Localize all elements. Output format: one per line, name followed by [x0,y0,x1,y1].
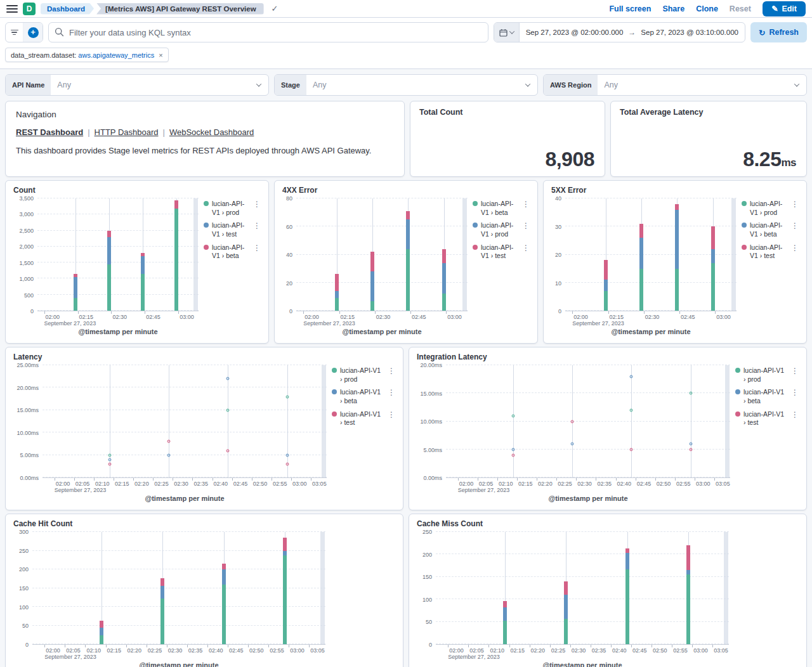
bar-segment[interactable] [141,256,145,274]
bar-segment[interactable] [100,628,103,635]
bar-segment[interactable] [100,621,103,628]
data-point[interactable] [167,453,171,457]
legend-menu-icon[interactable]: ⋮ [521,221,531,230]
bar-segment[interactable] [107,231,111,237]
data-point[interactable] [630,375,633,378]
bar-segment[interactable] [283,551,287,556]
bar-segment[interactable] [74,298,77,311]
bar-segment[interactable] [503,621,507,644]
bar-segment[interactable] [686,574,690,644]
legend-item[interactable]: lucian-API-V1 › prod⋮ [204,200,262,217]
date-range-end[interactable]: Sep 27, 2023 @ 03:10:00.000 [641,29,738,36]
data-point[interactable] [571,420,574,423]
legend-menu-icon[interactable]: ⋮ [386,366,396,375]
legend-menu-icon[interactable]: ⋮ [386,410,396,419]
legend-menu-icon[interactable]: ⋮ [790,388,800,397]
bar-segment[interactable] [564,581,568,595]
bar-segment[interactable] [675,210,679,269]
bar-segment[interactable] [335,298,339,311]
data-point[interactable] [630,448,633,451]
bar-segment[interactable] [604,260,608,280]
stacked-bar[interactable] [160,532,164,644]
websocket-dashboard-link[interactable]: WebSocket Dashboard [169,127,254,137]
legend-item[interactable]: lucian-API-V1 › beta⋮ [204,243,262,261]
data-point[interactable] [285,462,289,465]
control-api-name[interactable]: API Name Any [5,74,269,96]
kql-search-input[interactable] [48,22,488,42]
data-point[interactable] [226,408,230,411]
legend-item[interactable]: lucian-API-V1 › test⋮ [735,410,800,427]
bar-segment[interactable] [639,238,643,269]
bar-segment[interactable] [174,209,178,311]
legend-menu-icon[interactable]: ⋮ [790,221,800,230]
bar-segment[interactable] [604,291,608,311]
calendar-menu-button[interactable] [494,23,520,42]
filter-menu-icon[interactable] [6,23,23,42]
bar-segment[interactable] [625,553,629,569]
bar-segment[interactable] [222,569,226,585]
bar-segment[interactable] [686,545,690,570]
bar-segment[interactable] [675,204,679,210]
stacked-bar[interactable] [442,198,446,311]
legend-menu-icon[interactable]: ⋮ [790,366,800,375]
bar-segment[interactable] [406,219,410,249]
bar-segment[interactable] [625,569,629,644]
legend-menu-icon[interactable]: ⋮ [790,410,800,419]
legend-item[interactable]: lucian-API-V1 › prod⋮ [473,221,531,238]
date-range-start[interactable]: Sep 27, 2023 @ 02:00:00.000 [526,29,624,36]
legend-item[interactable]: lucian-API-V1 › beta⋮ [742,221,800,238]
legend-item[interactable]: lucian-API-V1 › prod⋮ [742,200,800,217]
bar-segment[interactable] [335,274,339,291]
legend-item[interactable]: lucian-API-V1 › prod⋮ [735,366,800,384]
bar-segment[interactable] [370,271,374,301]
bar-segment[interactable] [442,263,446,294]
bar-segment[interactable] [160,599,164,644]
http-dashboard-link[interactable]: HTTP Dashboard [95,127,159,137]
stacked-bar[interactable] [503,532,507,644]
stacked-bar[interactable] [335,198,339,311]
stacked-bar[interactable] [639,198,643,311]
data-point[interactable] [689,392,692,395]
bar-segment[interactable] [564,619,568,644]
bar-segment[interactable] [100,635,103,644]
bar-segment[interactable] [675,269,679,311]
data-point[interactable] [511,453,514,457]
data-point[interactable] [630,408,633,411]
bar-segment[interactable] [74,277,77,298]
legend-menu-icon[interactable]: ⋮ [790,243,800,252]
legend-menu-icon[interactable]: ⋮ [252,200,262,209]
stacked-bar[interactable] [107,198,111,311]
control-aws-region[interactable]: AWS Region Any [543,74,807,96]
stacked-bar[interactable] [686,532,690,644]
breadcrumb-dashboard[interactable]: Dashboard [41,3,94,15]
legend-menu-icon[interactable]: ⋮ [521,243,531,252]
bar-segment[interactable] [283,538,287,551]
legend-item[interactable]: lucian-API-V1 › test⋮ [473,243,531,261]
share-link[interactable]: Share [662,4,684,13]
reset-link[interactable]: Reset [730,4,751,13]
bar-segment[interactable] [406,249,410,311]
bar-segment[interactable] [141,274,145,311]
legend-item[interactable]: lucian-API-V1 › prod⋮ [332,366,396,384]
legend-item[interactable]: lucian-API-V1 › beta⋮ [473,200,531,217]
legend-item[interactable]: lucian-API-V1 › beta⋮ [735,388,800,405]
legend-menu-icon[interactable]: ⋮ [252,221,262,230]
stacked-bar[interactable] [564,532,568,644]
data-point[interactable] [108,462,111,465]
bar-segment[interactable] [160,586,164,599]
bar-segment[interactable] [174,200,178,209]
stacked-bar[interactable] [675,198,679,311]
stacked-bar[interactable] [370,198,374,311]
bar-segment[interactable] [335,291,339,298]
bar-segment[interactable] [711,249,715,263]
refresh-button[interactable]: ↻ Refresh [750,22,807,42]
bar-segment[interactable] [503,607,507,621]
rest-dashboard-link[interactable]: REST Dashboard [16,127,83,137]
stacked-bar[interactable] [141,198,145,311]
bar-segment[interactable] [442,294,446,311]
stacked-bar[interactable] [74,198,77,311]
data-point[interactable] [167,440,171,443]
data-point[interactable] [108,453,111,457]
remove-filter-icon[interactable]: × [159,51,162,59]
stacked-bar[interactable] [174,198,178,311]
